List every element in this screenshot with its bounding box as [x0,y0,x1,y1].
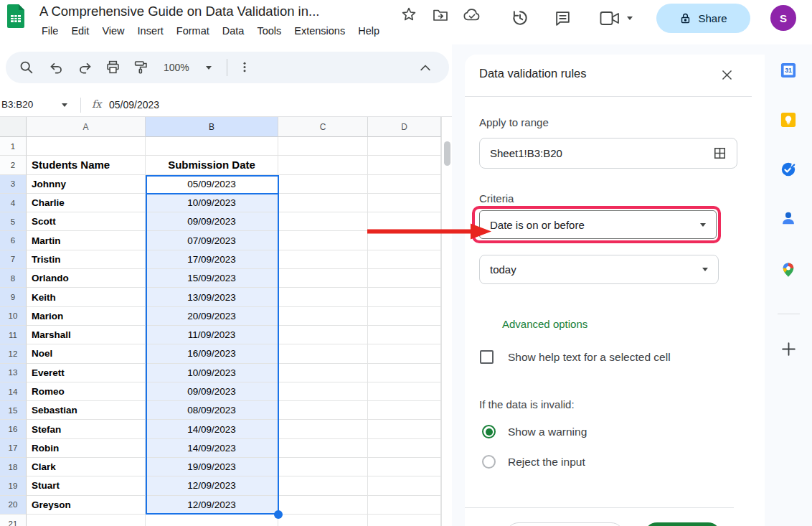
cell-D19[interactable] [368,476,441,495]
row-header-18[interactable]: 18 [0,458,27,476]
cell-D11[interactable] [368,326,441,344]
cell-A1[interactable] [27,137,146,156]
row-header-8[interactable]: 8 [0,269,27,288]
cell-C7[interactable] [278,250,368,269]
row-header-12[interactable]: 12 [0,344,27,363]
account-avatar[interactable]: S [770,5,796,31]
select-all-corner[interactable] [0,117,27,137]
add-addon-icon[interactable] [780,340,798,358]
cell-A15[interactable]: Sebastian [27,401,146,420]
more-options-icon[interactable] [238,60,251,75]
row-header-20[interactable]: 20 [0,496,27,515]
cell-D13[interactable] [368,364,441,382]
cell-B2[interactable]: Submission Date [146,156,278,174]
cell-B7[interactable]: 17/09/2023 [146,250,278,269]
menu-view[interactable]: View [95,24,131,38]
cell-D14[interactable] [368,382,441,401]
criteria-arg-dropdown[interactable]: today [479,255,719,284]
cell-B13[interactable]: 10/09/2023 [146,364,278,382]
cell-B11[interactable]: 11/09/2023 [146,326,278,344]
menu-help[interactable]: Help [351,24,386,38]
select-data-range-icon[interactable] [713,146,727,160]
cell-B5[interactable]: 09/09/2023 [146,212,278,231]
cell-D4[interactable] [368,194,441,212]
row-header-9[interactable]: 9 [0,288,27,306]
row-header-19[interactable]: 19 [0,476,27,495]
cell-C10[interactable] [278,307,368,326]
row-header-3[interactable]: 3 [0,175,27,194]
cell-C15[interactable] [278,401,368,420]
reject-input-radio[interactable] [482,455,496,469]
cell-C4[interactable] [278,194,368,212]
cell-B8[interactable]: 15/09/2023 [146,269,278,288]
keep-icon[interactable] [780,112,796,128]
menu-extensions[interactable]: Extensions [288,24,351,38]
menu-format[interactable]: Format [170,24,216,38]
cell-D20[interactable] [368,496,441,515]
cell-A13[interactable]: Everett [27,364,146,382]
vertical-scrollbar[interactable] [441,117,452,526]
panel-primary-button[interactable] [644,522,721,526]
close-icon[interactable] [720,68,734,82]
cell-C18[interactable] [278,458,368,476]
cell-A3[interactable]: Johnny [27,175,146,194]
row-header-13[interactable]: 13 [0,364,27,382]
cell-C8[interactable] [278,269,368,288]
cell-D17[interactable] [368,439,441,458]
cell-A7[interactable]: Tristin [27,250,146,269]
fill-handle[interactable] [274,510,283,519]
column-header-d[interactable]: D [368,117,441,137]
cell-B14[interactable]: 09/09/2023 [146,382,278,401]
contacts-icon[interactable] [780,210,796,226]
row-header-5[interactable]: 5 [0,212,27,231]
row-header-17[interactable]: 17 [0,439,27,458]
cell-C14[interactable] [278,382,368,401]
show-warning-radio[interactable] [482,425,496,438]
cell-A19[interactable]: Stuart [27,476,146,495]
paint-format-icon[interactable] [133,60,148,75]
cell-A6[interactable]: Martin [27,231,146,250]
cell-D9[interactable] [368,288,441,306]
row-header-4[interactable]: 4 [0,194,27,212]
cell-C9[interactable] [278,288,368,306]
column-header-c[interactable]: C [278,117,368,137]
cell-C2[interactable] [278,156,368,174]
cell-B20[interactable]: 12/09/2023 [146,496,278,515]
cell-D15[interactable] [368,401,441,420]
version-history-icon[interactable] [511,9,529,27]
cell-C12[interactable] [278,344,368,363]
print-icon[interactable] [105,60,121,75]
redo-icon[interactable] [77,60,93,75]
cell-B16[interactable]: 14/09/2023 [146,420,278,438]
menu-edit[interactable]: Edit [65,24,95,38]
row-header-21[interactable]: 21 [0,515,27,526]
move-to-folder-icon[interactable] [432,6,449,24]
row-header-11[interactable]: 11 [0,326,27,344]
cell-A16[interactable]: Stefan [27,420,146,438]
row-header-7[interactable]: 7 [0,250,27,269]
show-help-text-checkbox[interactable] [480,350,494,364]
cell-D18[interactable] [368,458,441,476]
cell-A2[interactable]: Students Name [27,156,146,174]
cell-B12[interactable]: 16/09/2023 [146,344,278,363]
maps-icon[interactable] [780,262,796,278]
cell-A4[interactable]: Charlie [27,194,146,212]
cell-A12[interactable]: Noel [27,344,146,363]
tasks-icon[interactable] [780,161,796,177]
cell-C19[interactable] [278,476,368,495]
document-title[interactable]: A Comprehensive Guide on Data Validation… [39,4,319,19]
cell-B4[interactable]: 10/09/2023 [146,194,278,212]
row-header-10[interactable]: 10 [0,307,27,326]
range-input[interactable]: Sheet1!B3:B20 [479,138,737,169]
cell-A20[interactable]: Greyson [27,496,146,515]
cell-D21[interactable] [368,515,441,526]
cell-A14[interactable]: Romeo [27,382,146,401]
menu-file[interactable]: File [35,24,65,38]
name-box-caret[interactable] [62,103,67,107]
cell-B6[interactable]: 07/09/2023 [146,231,278,250]
criteria-dropdown[interactable]: Date is on or before [479,210,717,239]
cell-A9[interactable]: Keith [27,288,146,306]
column-header-b[interactable]: B [146,117,278,137]
cell-B1[interactable] [146,137,278,156]
cell-D5[interactable] [368,212,441,231]
